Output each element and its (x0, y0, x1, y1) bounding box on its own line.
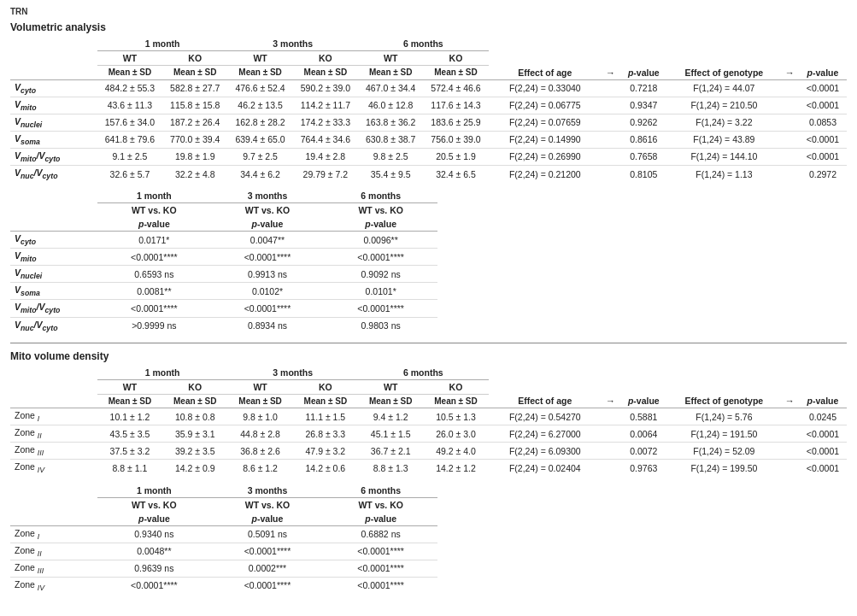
vol-arrow2 (781, 165, 799, 182)
mito-ko-1m: KO (162, 379, 227, 394)
pval-3months: 3 months (211, 189, 325, 203)
mean-sd-header-row: Mean ± SD Mean ± SD Mean ± SD Mean ± SD … (10, 66, 847, 80)
vol-age-stat: F(2,24) = 0.07659 (489, 114, 602, 131)
mito-val-2: 14.2 ± 0.9 (162, 460, 227, 477)
mito-val-1: 43.5 ± 3.5 (97, 425, 162, 443)
vol-pval-6m: 0.0101* (324, 283, 437, 300)
mito-ko-3m: KO (293, 379, 358, 394)
wt-3m: WT (227, 51, 292, 66)
mito-arrow (602, 425, 619, 443)
mito-pval-label-1: p-value (97, 512, 211, 526)
mito-row-label: Zone II (10, 425, 97, 443)
section1-title: Volumetric analysis (10, 21, 847, 33)
mito-arrow2 (781, 443, 799, 460)
vol-pval-3m: 0.0102* (211, 283, 325, 300)
vol-age-stat: F(2,24) = 0.14990 (489, 131, 602, 148)
vol-arrow2 (781, 114, 799, 131)
mito-arrow (602, 460, 619, 477)
vol-pval-label: Vcyto (10, 232, 97, 249)
vol-arrow2 (781, 97, 799, 114)
mito-age-stat: F(2,24) = 0.02404 (489, 460, 602, 477)
ko-1m: KO (162, 51, 227, 66)
mito-pval-row-Zone_II: Zone II 0.0048** <0.0001**** <0.0001**** (10, 543, 437, 560)
vol-row-V_cyto: Vcyto 484.2 ± 55.3 582.8 ± 27.7 476.6 ± … (10, 79, 847, 97)
vol-pval-3m: 0.0047** (211, 232, 325, 249)
mito-arrow-2: → (781, 394, 799, 408)
vol-val-3: 46.2 ± 13.5 (227, 97, 292, 114)
mito-val-1: 8.8 ± 1.1 (97, 460, 162, 477)
vol-arrow (602, 79, 619, 97)
mito-val-1: 10.1 ± 1.2 (97, 408, 162, 425)
vol-val-6: 117.6 ± 14.3 (423, 97, 488, 114)
mito-row-label: Zone IV (10, 460, 97, 477)
mito-pval-6m: <0.0001**** (324, 543, 437, 560)
mito-row-Zone_II: Zone II 43.5 ± 3.5 35.9 ± 3.1 44.8 ± 2.8… (10, 425, 847, 443)
mito-val-6: 26.0 ± 3.0 (423, 425, 488, 443)
mito-val-3: 36.8 ± 2.6 (227, 443, 292, 460)
mito-geno-p: <0.0001 (799, 443, 847, 460)
vol-row-V_nuc/V_cyto: Vnuc/Vcyto 32.6 ± 5.7 32.2 ± 4.8 34.4 ± … (10, 165, 847, 182)
vol-val-1: 9.1 ± 2.5 (97, 148, 162, 165)
pval-col3: p-value (324, 217, 437, 232)
vol-val-2: 582.8 ± 27.7 (162, 79, 227, 97)
vol-arrow (602, 131, 619, 148)
vol-age-p: 0.8105 (619, 165, 667, 182)
vol-val-1: 484.2 ± 55.3 (97, 79, 162, 97)
mito-arrow (602, 443, 619, 460)
vol-pval-1m: <0.0001**** (97, 300, 211, 317)
mean-sd-col4: Mean ± SD (293, 66, 358, 80)
mito-geno-p: <0.0001 (799, 425, 847, 443)
mito-age-stat: F(2,24) = 0.54270 (489, 408, 602, 425)
vol-age-p: 0.9347 (619, 97, 667, 114)
vol-geno-p: <0.0001 (799, 148, 847, 165)
vol-val-6: 20.5 ± 1.9 (423, 148, 488, 165)
mito-val-2: 10.8 ± 0.8 (162, 408, 227, 425)
mito-val-5: 9.4 ± 1.2 (358, 408, 423, 425)
mito-pval-3months: 3 months (211, 484, 325, 498)
mito-pval-1m: 0.9340 ns (97, 525, 211, 543)
mito-val-6: 49.2 ± 4.0 (423, 443, 488, 460)
vol-pval-3m: <0.0001**** (211, 300, 325, 317)
mito-msd-1: Mean ± SD (97, 394, 162, 408)
vol-pval-6m: 0.0096** (324, 232, 437, 249)
vol-geno-p: <0.0001 (799, 79, 847, 97)
timepoint-3months: 3 months (227, 37, 358, 51)
vol-pval-6m: 0.9803 ns (324, 317, 437, 334)
vol-arrow2 (781, 79, 799, 97)
mito-arrow2 (781, 460, 799, 477)
mito-val-1: 37.5 ± 3.2 (97, 443, 162, 460)
vol-val-1: 32.6 ± 5.7 (97, 165, 162, 182)
mito-pval-age: p-value (619, 394, 667, 408)
vol-geno-stat: F(1,24) = 1.13 (667, 165, 780, 182)
mito-wt-ko-header: WT KO WT KO WT KO (10, 379, 847, 394)
vol-geno-stat: F(1,24) = 210.50 (667, 97, 780, 114)
mito-pval-3m: 0.5091 ns (211, 525, 325, 543)
mito-3months: 3 months (227, 366, 358, 380)
vol-row-label: Vcyto (10, 79, 97, 97)
vol-age-p: 0.8616 (619, 131, 667, 148)
vol-age-p: 0.9262 (619, 114, 667, 131)
mito-ko-6m: KO (423, 379, 488, 394)
arrow-2: → (781, 66, 799, 80)
arrow-1: → (602, 66, 619, 80)
mito-val-6: 10.5 ± 1.3 (423, 408, 488, 425)
mean-sd-col1: Mean ± SD (97, 66, 162, 80)
mito-wt-1m: WT (97, 379, 162, 394)
mito-val-4: 11.1 ± 1.5 (293, 408, 358, 425)
vol-pval-3m: 0.8934 ns (211, 317, 325, 334)
mito-pval-label: Zone IV (10, 577, 97, 594)
mito-pval-wt-ko-6: WT vs. KO (324, 497, 437, 512)
vol-val-4: 174.2 ± 33.3 (293, 114, 358, 131)
vol-age-stat: F(2,24) = 0.26990 (489, 148, 602, 165)
vol-arrow (602, 114, 619, 131)
mito-pval-label-6: p-value (324, 512, 437, 526)
vol-val-5: 46.0 ± 12.8 (358, 97, 423, 114)
mito-pval-wt-ko-3: WT vs. KO (211, 497, 325, 512)
vol-val-4: 114.2 ± 11.7 (293, 97, 358, 114)
pvalue-geno-header: p-value (799, 66, 847, 80)
timepoint-header-row: 1 month 3 months 6 months (10, 37, 847, 51)
mito-6months: 6 months (358, 366, 489, 380)
vol-val-2: 770.0 ± 39.4 (162, 131, 227, 148)
vol-pval-row-V_nuclei: Vnuclei 0.6593 ns 0.9913 ns 0.9092 ns (10, 266, 437, 283)
vol-pval-6m: <0.0001**** (324, 300, 437, 317)
